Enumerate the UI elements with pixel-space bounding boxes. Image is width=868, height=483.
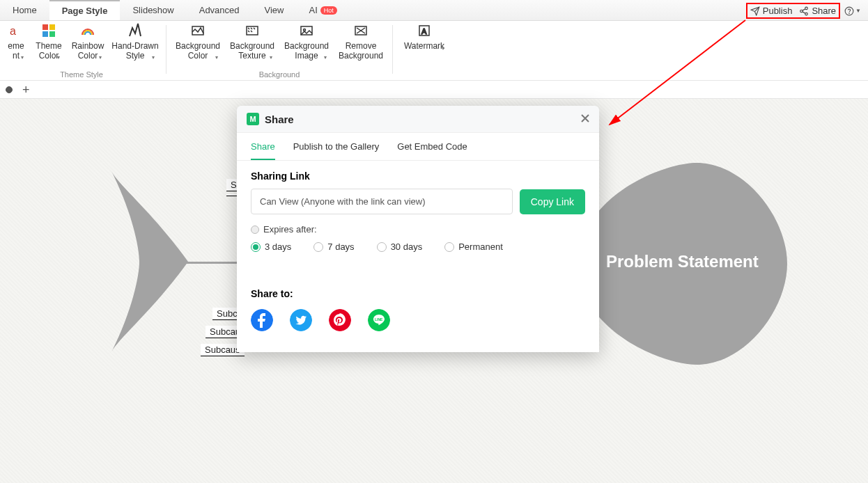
font-icon: a xyxy=(8,22,24,39)
close-button[interactable] xyxy=(581,113,589,125)
ribbon: a eme nt▾ Theme Color▾ Rainbow Color▾ Ha… xyxy=(0,21,868,81)
tab-home[interactable]: Home xyxy=(0,0,49,20)
remove-bg-icon xyxy=(352,22,369,39)
dialog-tab-share[interactable]: Share xyxy=(251,141,275,160)
ribbon-group-background: Background Color▾ Background Texture▾ Ba… xyxy=(169,21,389,80)
ribbon-separator xyxy=(392,25,393,74)
ribbon-group-background-label: Background xyxy=(259,70,300,79)
tab-view[interactable]: View xyxy=(252,0,297,20)
ribbon-theme-font[interactable]: a eme nt▾ xyxy=(4,22,28,61)
dialog-tab-embed[interactable]: Get Embed Code xyxy=(397,141,467,160)
share-to-heading: Share to: xyxy=(251,288,585,299)
ribbon-remove-bg[interactable]: Remove Background xyxy=(336,22,385,61)
highlight-box: Publish Share xyxy=(746,3,840,19)
svg-point-2 xyxy=(805,13,808,15)
ribbon-bg-image[interactable]: Background Image▾ xyxy=(282,22,331,61)
hand-drawn-icon xyxy=(127,22,144,39)
dialog-title: Share xyxy=(265,113,294,125)
tab-page-style[interactable]: Page Style xyxy=(49,0,121,20)
help-button[interactable]: ▼ xyxy=(844,6,861,16)
share-button[interactable]: Share xyxy=(799,6,836,16)
svg-rect-6 xyxy=(42,24,48,30)
pinterest-icon[interactable] xyxy=(329,309,351,331)
svg-point-1 xyxy=(800,10,803,13)
problem-statement-label[interactable]: Problem Statement xyxy=(606,252,759,271)
rainbow-icon xyxy=(79,22,96,39)
radio-indicator-icon xyxy=(251,225,259,234)
share-to-section: Share to: LINE xyxy=(237,252,599,331)
copy-link-button[interactable]: Copy Link xyxy=(520,189,585,214)
ribbon-watermark[interactable]: A Watermark▾ xyxy=(400,22,449,52)
sharing-link-heading: Sharing Link xyxy=(251,171,585,182)
expiry-30-days[interactable]: 30 days xyxy=(377,242,423,252)
add-document-button[interactable]: + xyxy=(22,84,30,96)
expiry-options: 3 days 7 days 30 days Permanent xyxy=(251,242,585,252)
close-icon xyxy=(581,114,589,122)
expires-after-text: Expires after: xyxy=(263,224,317,235)
ribbon-group-watermark: A Watermark▾ xyxy=(396,21,453,80)
watermark-icon: A xyxy=(416,22,433,39)
document-tab[interactable] xyxy=(6,86,13,93)
ribbon-group-theme-style: a eme nt▾ Theme Color▾ Rainbow Color▾ Ha… xyxy=(0,21,163,80)
sharing-link-section: Sharing Link Copy Link Expires after: 3 … xyxy=(237,161,599,252)
chevron-down-icon: ▼ xyxy=(855,8,861,14)
publish-label: Publish xyxy=(763,6,793,16)
dialog-body: Share Publish to the Gallery Get Embed C… xyxy=(237,132,599,352)
bg-image-icon xyxy=(298,22,315,39)
ribbon-bg-color[interactable]: Background Color▾ xyxy=(173,22,222,61)
tab-ai-label: AI xyxy=(309,5,318,15)
help-icon xyxy=(844,6,854,16)
publish-icon xyxy=(750,6,760,16)
ribbon-rainbow-color[interactable]: Rainbow Color▾ xyxy=(70,22,106,61)
line-icon[interactable]: LINE xyxy=(368,309,390,331)
expiry-permanent-label: Permanent xyxy=(458,242,503,252)
expiry-3-days[interactable]: 3 days xyxy=(251,242,291,252)
bg-color-icon xyxy=(189,22,206,39)
tab-advanced[interactable]: Advanced xyxy=(187,0,252,20)
expires-after-label: Expires after: xyxy=(251,224,585,235)
radio-icon xyxy=(313,242,323,252)
radio-icon xyxy=(444,242,454,252)
radio-icon xyxy=(377,242,387,252)
tab-ai[interactable]: AI Hot xyxy=(297,0,350,20)
expiry-7-days[interactable]: 7 days xyxy=(313,242,354,252)
ribbon-watermark-label: Watermark xyxy=(404,42,444,52)
sharing-link-input[interactable] xyxy=(251,189,513,214)
theme-color-icon xyxy=(40,22,57,39)
app-logo-icon: M xyxy=(247,113,259,125)
ribbon-theme-color[interactable]: Theme Color▾ xyxy=(33,22,64,61)
svg-text:A: A xyxy=(421,27,427,35)
dialog-tab-publish[interactable]: Publish to the Gallery xyxy=(293,141,380,160)
share-dialog: M Share Share Publish to the Gallery Get… xyxy=(237,106,599,352)
expiry-3-days-label: 3 days xyxy=(265,242,291,252)
svg-text:LINE: LINE xyxy=(375,317,383,322)
radio-icon xyxy=(251,242,261,252)
share-icon xyxy=(799,6,809,16)
svg-text:a: a xyxy=(10,25,16,37)
main-tab-bar: Home Page Style Slideshow Advanced View … xyxy=(0,0,868,21)
svg-point-4 xyxy=(849,13,850,13)
svg-rect-8 xyxy=(42,31,48,37)
dialog-header: M Share xyxy=(237,106,599,132)
expiry-permanent[interactable]: Permanent xyxy=(444,242,503,252)
document-tab-strip: + xyxy=(0,81,868,99)
ribbon-hand-drawn[interactable]: Hand-Drawn Style▾ xyxy=(111,22,159,61)
dialog-tabs: Share Publish to the Gallery Get Embed C… xyxy=(237,133,599,161)
expiry-7-days-label: 7 days xyxy=(327,242,354,252)
hot-badge: Hot xyxy=(320,6,337,15)
publish-button[interactable]: Publish xyxy=(750,6,793,16)
svg-point-0 xyxy=(805,7,808,9)
expiry-30-days-label: 30 days xyxy=(391,242,423,252)
tab-slideshow[interactable]: Slideshow xyxy=(120,0,186,20)
ribbon-separator xyxy=(166,25,166,74)
facebook-icon[interactable] xyxy=(251,309,273,331)
ribbon-bg-texture[interactable]: Background Texture▾ xyxy=(228,22,277,61)
ribbon-remove-bg-label: Remove Background xyxy=(336,42,385,61)
ribbon-theme-font-label: eme nt xyxy=(4,42,28,61)
twitter-icon[interactable] xyxy=(290,309,312,331)
svg-rect-7 xyxy=(49,24,55,30)
svg-rect-9 xyxy=(49,31,55,37)
bg-texture-icon xyxy=(244,22,261,39)
share-label: Share xyxy=(812,6,836,16)
top-right-actions: Publish Share ▼ xyxy=(746,3,861,19)
